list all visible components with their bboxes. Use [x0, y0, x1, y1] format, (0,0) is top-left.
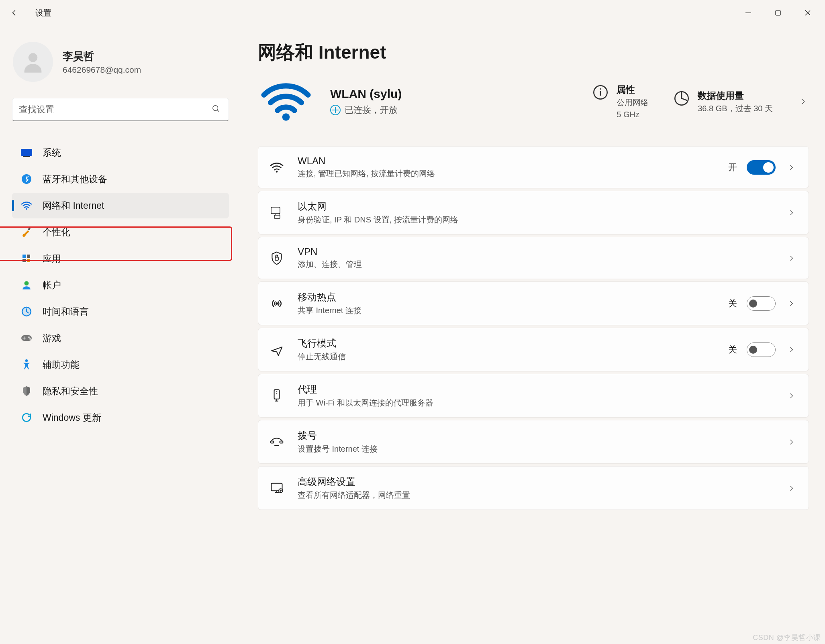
card-sub: 设置拨号 Internet 连接 — [298, 444, 378, 454]
privacy-icon — [20, 385, 33, 397]
sidebar-item-label: 蓝牙和其他设备 — [43, 173, 107, 185]
svg-point-18 — [22, 307, 31, 316]
sidebar-item-network[interactable]: 网络和 Internet — [12, 193, 229, 218]
globe-icon — [330, 105, 341, 115]
svg-point-28 — [276, 171, 278, 173]
wifi-icon — [20, 199, 33, 212]
sidebar-item-label: 帐户 — [43, 279, 61, 291]
sidebar-item-system[interactable]: 系统 — [12, 140, 229, 165]
sidebar-item-accessibility[interactable]: 辅助功能 — [12, 352, 229, 377]
card-title: 拨号 — [298, 429, 378, 442]
svg-point-35 — [276, 393, 278, 394]
sidebar-item-label: 隐私和安全性 — [43, 385, 98, 397]
card-title: 以太网 — [298, 200, 458, 213]
card-sub: 用于 Wi-Fi 和以太网连接的代理服务器 — [298, 397, 433, 408]
sidebar-item-apps[interactable]: 应用 — [12, 246, 229, 271]
data-usage[interactable]: 数据使用量 36.8 GB，过去 30 天 — [673, 90, 773, 114]
sidebar-item-update[interactable]: Windows 更新 — [12, 405, 229, 430]
wlan-toggle[interactable] — [747, 160, 776, 175]
svg-rect-31 — [275, 257, 278, 260]
card-dialup[interactable]: 拨号 设置拨号 Internet 连接 — [258, 420, 809, 464]
sidebar-item-privacy[interactable]: 隐私和安全性 — [12, 378, 229, 404]
svg-point-21 — [29, 338, 31, 340]
sidebar-item-label: 个性化 — [43, 226, 70, 238]
card-title: WLAN — [298, 155, 435, 167]
svg-point-26 — [600, 88, 601, 90]
svg-rect-14 — [22, 259, 26, 262]
chevron-right-icon — [785, 344, 797, 356]
card-vpn[interactable]: VPN 添加、连接、管理 — [258, 237, 809, 279]
info-icon — [592, 84, 609, 101]
card-title: VPN — [298, 246, 362, 257]
close-button[interactable] — [793, 3, 823, 22]
search-input[interactable] — [12, 98, 229, 121]
proxy-icon — [267, 386, 286, 406]
hotspot-toggle[interactable] — [747, 296, 776, 311]
update-icon — [20, 411, 33, 424]
data-usage-sub: 36.8 GB，过去 30 天 — [698, 103, 773, 114]
sidebar-item-label: Windows 更新 — [43, 412, 101, 424]
back-button[interactable] — [8, 6, 21, 19]
bluetooth-icon — [20, 173, 33, 185]
properties-sub1: 公用网络 — [617, 97, 649, 108]
card-title: 代理 — [298, 383, 433, 396]
card-sub: 连接, 管理已知网络, 按流量计费的网络 — [298, 168, 435, 179]
svg-rect-15 — [27, 259, 30, 262]
search-icon — [212, 104, 222, 115]
sidebar-item-label: 网络和 Internet — [43, 200, 104, 212]
network-properties[interactable]: 属性 公用网络 5 GHz — [592, 84, 649, 120]
user-profile[interactable]: 李昊哲 646269678@qq.com — [12, 42, 237, 82]
accounts-icon — [20, 279, 33, 291]
card-title: 移动热点 — [298, 291, 361, 304]
svg-rect-7 — [21, 149, 32, 156]
maximize-button[interactable] — [763, 3, 793, 22]
time-language-icon — [20, 305, 33, 318]
card-proxy[interactable]: 代理 用于 Wi-Fi 和以太网连接的代理服务器 — [258, 374, 809, 418]
gaming-icon — [20, 332, 33, 344]
sidebar-item-personalization[interactable]: 个性化 — [12, 219, 229, 245]
minimize-button[interactable] — [733, 3, 763, 22]
svg-point-9 — [22, 174, 31, 184]
svg-point-10 — [26, 208, 27, 210]
card-wlan[interactable]: WLAN 连接, 管理已知网络, 按流量计费的网络 开 — [258, 146, 809, 188]
search-field[interactable] — [19, 104, 212, 115]
airplane-icon — [267, 340, 286, 359]
data-usage-label: 数据使用量 — [698, 90, 773, 102]
accessibility-icon — [20, 358, 33, 371]
svg-rect-30 — [274, 215, 280, 218]
svg-point-22 — [25, 359, 28, 362]
card-ethernet[interactable]: 以太网 身份验证, IP 和 DNS 设置, 按流量计费的网络 — [258, 191, 809, 234]
sidebar-item-label: 游戏 — [43, 332, 61, 344]
card-sub: 身份验证, IP 和 DNS 设置, 按流量计费的网络 — [298, 214, 458, 225]
card-advanced-network[interactable]: 高级网络设置 查看所有网络适配器，网络重置 — [258, 466, 809, 510]
chevron-right-icon — [785, 161, 797, 173]
sidebar-item-bluetooth[interactable]: 蓝牙和其他设备 — [12, 166, 229, 192]
card-hotspot[interactable]: 移动热点 共享 Internet 连接 关 — [258, 281, 809, 325]
svg-point-20 — [28, 336, 30, 338]
sidebar-item-time-language[interactable]: 时间和语言 — [12, 299, 229, 324]
toggle-label: 关 — [728, 344, 737, 356]
chevron-right-icon — [785, 482, 797, 494]
app-title: 设置 — [35, 8, 51, 18]
user-email: 646269678@qq.com — [63, 65, 141, 75]
sidebar-item-accounts[interactable]: 帐户 — [12, 272, 229, 298]
hero-chevron-right-icon[interactable] — [797, 96, 809, 108]
airplane-toggle[interactable] — [747, 342, 776, 357]
data-usage-icon — [673, 90, 690, 107]
sidebar-item-label: 系统 — [43, 147, 61, 159]
wifi-ssid: WLAN (sylu) — [330, 87, 402, 101]
wifi-status: 已连接，开放 — [345, 104, 398, 116]
personalization-icon — [20, 226, 33, 238]
chevron-right-icon — [785, 390, 797, 402]
card-airplane[interactable]: 飞行模式 停止无线通信 关 — [258, 328, 809, 371]
user-name: 李昊哲 — [63, 49, 141, 63]
properties-label: 属性 — [617, 84, 649, 96]
card-sub: 添加、连接、管理 — [298, 259, 362, 270]
toggle-label: 关 — [728, 298, 737, 310]
svg-rect-1 — [776, 10, 780, 15]
sidebar-item-gaming[interactable]: 游戏 — [12, 325, 229, 351]
card-title: 高级网络设置 — [298, 475, 410, 488]
sidebar-item-label: 时间和语言 — [43, 306, 89, 318]
wifi-big-icon — [258, 79, 314, 124]
svg-rect-12 — [22, 255, 26, 258]
